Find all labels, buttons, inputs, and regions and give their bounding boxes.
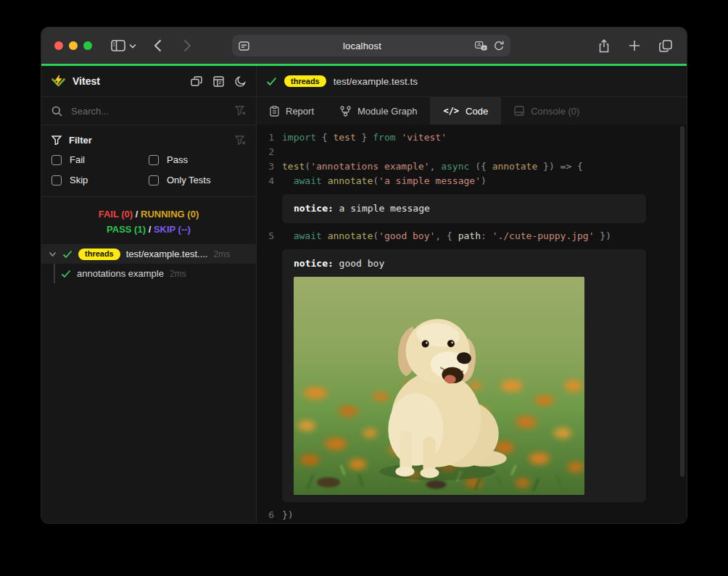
filter-icon <box>51 135 62 145</box>
pass-checkbox[interactable] <box>149 155 159 165</box>
code-line: 4 await annotate('a simple message') <box>261 174 687 188</box>
test-file-name: test/example.test.... <box>126 249 208 259</box>
annotation-notice: notice: good boy <box>282 249 646 502</box>
line-number: 2 <box>261 145 274 159</box>
line-number: 7 <box>261 522 274 523</box>
translate-icon[interactable]: A x <box>475 41 487 51</box>
code-line: 7 <box>261 522 687 523</box>
tab-report[interactable]: Report <box>257 97 327 125</box>
running-count: RUNNING (0) <box>141 209 199 220</box>
search-input[interactable] <box>70 105 228 117</box>
code-text: await annotate('a simple message') <box>282 174 487 188</box>
close-window-button[interactable] <box>54 41 63 50</box>
zoom-window-button[interactable] <box>83 41 92 50</box>
browser-window: localhost A x <box>41 28 687 523</box>
code-editor[interactable]: 1import { test } from 'vitest'23test('an… <box>257 125 687 523</box>
tab-module-graph[interactable]: Module Graph <box>327 97 430 125</box>
tree-guide-line <box>54 264 55 283</box>
pass-check-icon <box>61 270 71 278</box>
tab-overview-icon[interactable] <box>659 40 672 52</box>
report-icon <box>270 106 279 117</box>
notice-label: notice: <box>294 203 334 214</box>
vitest-sidebar: Vitest <box>41 66 257 523</box>
module-graph-icon <box>340 106 351 117</box>
tab-console[interactable]: Console (0) <box>501 97 592 125</box>
reload-icon[interactable] <box>494 41 504 51</box>
code-text: test('annotations example', async ({ ann… <box>282 159 583 174</box>
clear-search-filter-icon[interactable] <box>235 106 246 116</box>
test-case-duration: 2ms <box>170 269 186 279</box>
code-text: import { test } from 'vitest' <box>282 130 447 145</box>
line-number: 4 <box>261 174 274 188</box>
only-tests-checkbox[interactable] <box>149 175 159 185</box>
line-number: 1 <box>261 130 274 145</box>
vitest-logo-icon <box>51 75 65 88</box>
code-icon: </> <box>443 106 459 116</box>
pass-check-icon <box>266 77 277 86</box>
notice-label: notice: <box>294 258 334 269</box>
search-icon <box>51 106 62 117</box>
notice-message: good boy <box>334 258 384 269</box>
line-number: 6 <box>261 508 274 522</box>
pass-count: PASS (1) <box>107 224 146 235</box>
test-file-duration: 2ms <box>213 249 230 259</box>
window-controls <box>54 41 92 50</box>
code-line: 6}) <box>261 508 687 522</box>
filter-checkbox-only-tests[interactable]: Only Tests <box>149 175 246 185</box>
stacked-windows-icon[interactable] <box>191 76 202 86</box>
clear-filters-icon[interactable] <box>235 135 246 146</box>
test-case-name: annotations example <box>77 268 164 279</box>
tab-code[interactable]: </> Code <box>430 97 501 125</box>
test-run-summary: FAIL (0) / RUNNING (0) PASS (1) / SKIP (… <box>41 197 256 244</box>
annotation-notice: notice: a simple message <box>282 194 646 223</box>
code-line: 3test('annotations example', async ({ an… <box>261 159 687 174</box>
new-tab-icon[interactable] <box>629 40 640 51</box>
code-line: 2 <box>261 145 687 159</box>
dashboard-icon[interactable] <box>213 76 224 87</box>
back-button[interactable] <box>154 39 162 52</box>
line-number: 3 <box>261 159 274 174</box>
code-line: 5 await annotate('good boy', { path: './… <box>261 229 687 243</box>
dark-mode-moon-icon[interactable] <box>235 76 246 87</box>
open-file-name: test/example.test.ts <box>334 76 418 87</box>
url-host: localhost <box>249 41 475 51</box>
line-number: 5 <box>261 229 274 243</box>
code-text: await annotate('good boy', { path: './cu… <box>282 229 611 243</box>
share-icon[interactable] <box>598 39 610 53</box>
code-line: 1import { test } from 'vitest' <box>261 130 687 145</box>
pass-check-icon <box>62 250 73 259</box>
chevron-down-icon[interactable] <box>129 43 136 49</box>
notice-message: a simple message <box>334 203 430 214</box>
main-panel: threads test/example.test.ts Report <box>257 66 687 523</box>
chevron-down-icon[interactable] <box>49 251 57 257</box>
page-settings-icon[interactable] <box>239 41 249 51</box>
svg-text:A: A <box>477 42 481 48</box>
minimize-window-button[interactable] <box>69 41 78 50</box>
browser-titlebar: localhost A x <box>41 28 687 64</box>
editor-scrollbar[interactable] <box>680 126 684 477</box>
code-text: }) <box>282 508 294 522</box>
pool-badge: threads <box>78 249 120 260</box>
filter-checkbox-fail[interactable]: Fail <box>51 154 149 165</box>
view-tabs: Report Module Graph </> Code <box>257 97 687 125</box>
code-content: 1import { test } from 'vitest'23test('an… <box>261 130 687 523</box>
fail-count: FAIL (0) <box>99 209 133 220</box>
test-case-row[interactable]: annotations example 2ms <box>41 264 256 283</box>
console-icon <box>514 106 524 116</box>
sidebar-toggle-icon[interactable] <box>111 40 125 51</box>
forward-button[interactable] <box>183 39 191 52</box>
pool-badge: threads <box>284 75 326 87</box>
filter-checkbox-pass[interactable]: Pass <box>149 154 246 165</box>
address-bar[interactable]: localhost A x <box>232 35 510 57</box>
puppy-photo <box>294 277 584 495</box>
skip-checkbox[interactable] <box>51 175 62 185</box>
app-title: Vitest <box>73 75 183 87</box>
test-file-row[interactable]: threads test/example.test.... 2ms <box>41 244 256 264</box>
filter-checkbox-skip[interactable]: Skip <box>51 175 149 185</box>
fail-checkbox[interactable] <box>51 155 62 165</box>
filter-label: Filter <box>69 135 92 146</box>
skip-count: SKIP (--) <box>154 224 191 235</box>
